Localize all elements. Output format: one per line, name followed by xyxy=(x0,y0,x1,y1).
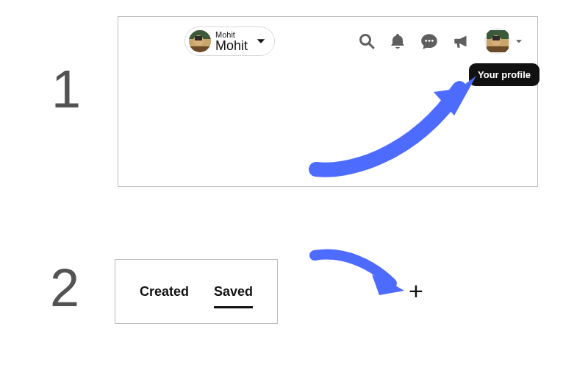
avatar xyxy=(189,30,211,52)
chevron-down-icon xyxy=(255,35,267,47)
bell-icon[interactable] xyxy=(389,32,406,50)
top-nav-bar: Mohit Mohit xyxy=(118,23,537,60)
chat-icon[interactable] xyxy=(420,32,439,51)
account-name-large: Mohit xyxy=(215,39,248,52)
search-icon[interactable] xyxy=(358,32,376,50)
tab-created[interactable]: Created xyxy=(140,280,189,304)
svg-rect-13 xyxy=(492,36,500,40)
annotation-arrow-1 xyxy=(287,63,492,180)
tab-saved[interactable]: Saved xyxy=(214,280,253,304)
account-name-small: Mohit xyxy=(215,31,248,39)
svg-point-7 xyxy=(425,40,427,42)
chevron-down-icon[interactable] xyxy=(514,36,524,46)
step-number-2: 2 xyxy=(50,258,79,318)
svg-rect-4 xyxy=(189,46,211,52)
annotation-arrow-2 xyxy=(300,247,417,305)
account-switcher-pill[interactable]: Mohit Mohit xyxy=(184,26,275,56)
svg-rect-3 xyxy=(195,36,202,40)
step2-panel: Created Saved xyxy=(115,259,278,324)
svg-rect-14 xyxy=(487,46,509,52)
megaphone-icon[interactable] xyxy=(452,32,471,51)
svg-point-9 xyxy=(431,40,434,42)
step-number-1: 1 xyxy=(51,59,81,119)
profile-group: Your profile xyxy=(484,28,524,54)
svg-line-6 xyxy=(369,43,373,48)
profile-avatar-button[interactable] xyxy=(484,28,511,54)
svg-point-8 xyxy=(429,40,431,42)
